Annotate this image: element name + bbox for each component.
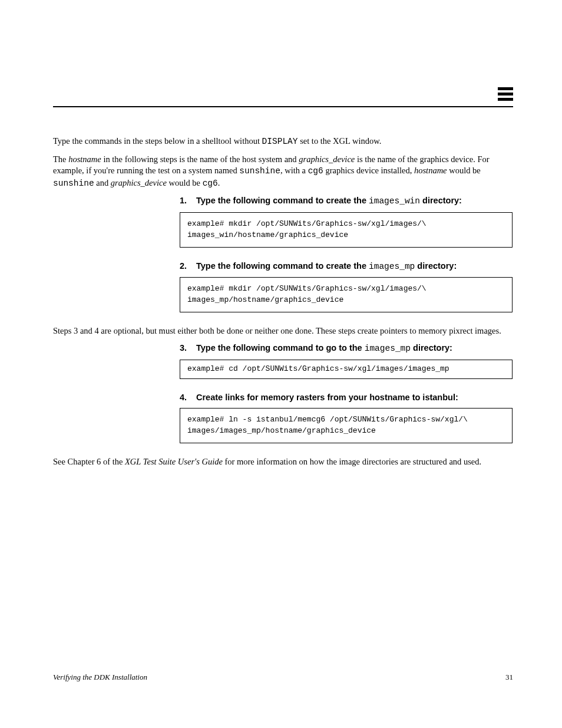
step-title: Type the following command to create the… xyxy=(196,261,513,273)
step-2-after: Steps 3 and 4 are optional, but must eit… xyxy=(53,325,513,337)
step-3: 3. Type the following command to go to t… xyxy=(53,342,513,357)
text: graphics device installed, xyxy=(323,166,414,175)
text: would be xyxy=(167,178,203,187)
step-number: 1. xyxy=(180,195,196,210)
step-title: Type the following command to create the… xyxy=(196,195,513,207)
code: cg6 xyxy=(203,179,218,188)
code: cg6 xyxy=(308,166,323,176)
step-4: 4. Create links for memory rasters from … xyxy=(53,392,513,406)
text: , with a xyxy=(280,166,308,175)
text: directory: xyxy=(420,196,462,205)
text: would be xyxy=(447,166,481,175)
text: Type the commands in the steps below in … xyxy=(53,136,262,146)
step-1: 1. Type the following command to create … xyxy=(53,195,513,210)
text: in the following steps is the name of th… xyxy=(101,154,299,164)
step-title: Create links for memory rasters from you… xyxy=(196,392,513,404)
code: DISPLAY xyxy=(262,137,298,146)
text: See Chapter 6 of the xyxy=(53,457,125,466)
italic: XGL Test Suite User's Guide xyxy=(125,457,223,466)
footer-left: Verifying the DDK Installation xyxy=(53,673,147,682)
code: sunshine xyxy=(239,166,280,176)
intro-p2: The hostname in the following steps is t… xyxy=(53,154,513,190)
text: Type the following command to create the xyxy=(196,261,369,271)
code-block-3: example# cd /opt/SUNWits/Graphics-sw/xgl… xyxy=(180,360,513,379)
text: directory: xyxy=(415,261,457,271)
menu-icon xyxy=(498,87,513,103)
step-2: 2. Type the following command to create … xyxy=(53,261,513,275)
text: Type the following command to go to the xyxy=(196,343,365,353)
text: for more information on how the image di… xyxy=(223,457,481,466)
step-number: 4. xyxy=(180,392,196,406)
step-number: 3. xyxy=(180,342,196,357)
italic: hostname xyxy=(68,154,101,164)
text: Type the following command to create the xyxy=(196,196,369,205)
italic: graphics_device xyxy=(299,154,355,164)
intro-p1: Type the commands in the steps below in … xyxy=(53,136,513,148)
after-steps: See Chapter 6 of the XGL Test Suite User… xyxy=(53,456,513,468)
italic: graphics_device xyxy=(111,178,167,187)
code: images_mp xyxy=(369,262,415,271)
text: set to the XGL window. xyxy=(298,136,382,146)
step-number: 2. xyxy=(180,261,196,275)
code-block-2: example# mkdir /opt/SUNWits/Graphics-sw/… xyxy=(180,277,513,312)
text: directory: xyxy=(411,343,452,353)
step-title: Type the following command to go to the … xyxy=(196,342,513,355)
code: images_mp xyxy=(365,344,411,353)
content: Type the commands in the steps below in … xyxy=(53,136,513,474)
header-rule xyxy=(53,106,513,107)
code-block-4: example# ln -s istanbul/memcg6 /opt/SUNW… xyxy=(180,408,513,443)
italic: hostname xyxy=(414,166,447,175)
code: sunshine xyxy=(53,179,94,188)
code-block-1: example# mkdir /opt/SUNWits/Graphics-sw/… xyxy=(180,212,513,248)
text: and xyxy=(94,178,111,187)
footer: Verifying the DDK Installation 31 xyxy=(53,673,513,682)
text: . xyxy=(218,178,220,187)
code: images_win xyxy=(369,196,420,206)
page-number: 31 xyxy=(505,673,513,682)
text: The xyxy=(53,154,68,164)
